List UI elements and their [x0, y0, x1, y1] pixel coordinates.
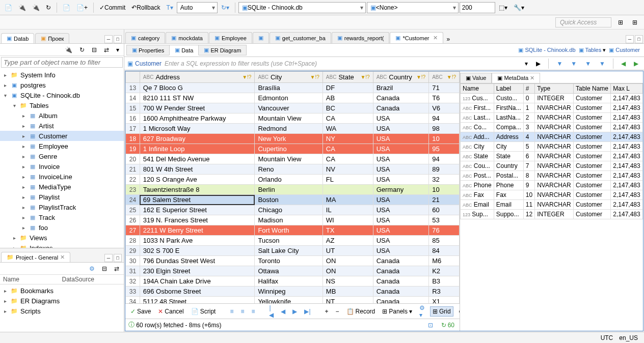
filter2-icon[interactable]: ▼: [568, 60, 579, 68]
tree-node-system-info[interactable]: ▸📁System Info: [0, 70, 124, 80]
filter3-icon[interactable]: ▼: [582, 60, 594, 68]
new-connection-icon[interactable]: 🔌: [62, 46, 75, 54]
meta-col-label[interactable]: Label: [494, 84, 523, 94]
editor-maximize-icon[interactable]: □: [635, 35, 643, 43]
subtab-properties[interactable]: ▣ Properties: [126, 45, 170, 55]
project-node-scripts[interactable]: ▸📁Scripts: [0, 306, 124, 316]
tree-node-invoiceline[interactable]: ▸▦InvoiceLine: [0, 172, 124, 182]
subtab-er-diagram[interactable]: ▣ ER Diagram: [198, 45, 247, 55]
table-row[interactable]: 21801 W 4th StreetRenoNVUSA89: [126, 164, 460, 175]
meta-col-maxl[interactable]: Max L: [611, 84, 643, 94]
connection-select[interactable]: ▣ SQLite - Chinook.db: [238, 2, 366, 13]
project-node-bookmarks[interactable]: ▸📁Bookmarks: [0, 285, 124, 296]
breadcrumb-db[interactable]: ▣ SQLite - Chinook.db: [518, 47, 575, 53]
breadcrumb-table[interactable]: ▣ Customer: [609, 47, 640, 53]
connect-icon[interactable]: 🔌: [16, 2, 29, 13]
tree-node-customer[interactable]: ▸▦Customer: [0, 131, 124, 141]
record-button[interactable]: 📋 Record: [344, 307, 378, 316]
tool-icon[interactable]: 🔧▾: [511, 2, 527, 13]
col-header-extra[interactable]: ABC ▼!?: [429, 72, 460, 83]
meta-row[interactable]: ABC First...FirstNa...1NVARCHARCustomer2…: [461, 103, 643, 113]
tree-node-views[interactable]: ▸📁Views: [0, 233, 124, 243]
table-row[interactable]: 32194A Chain Lake DriveHalifaxNSCanadaB3: [126, 276, 460, 287]
proj-collapse-icon[interactable]: ⊟: [99, 265, 110, 273]
editor-tab-rewards_report-[interactable]: ▣ rewards_report(: [332, 32, 390, 43]
nav-fwd-icon[interactable]: ▶: [631, 60, 641, 68]
tree-node-employee[interactable]: ▸▦Employee: [0, 141, 124, 151]
data-grid[interactable]: ABC Address▼!?ABC City▼!?ABC State▼!?ABC…: [125, 71, 460, 303]
tree-node-tables[interactable]: ▾📁Tables: [0, 100, 124, 110]
table-row[interactable]: 29302 S 700 ESalt Lake CityUTUSA84: [126, 246, 460, 256]
filter4-icon[interactable]: ▼: [597, 60, 608, 68]
meta-row[interactable]: 123 Cus...Custo...0INTEGERCustomer2,147,…: [461, 94, 643, 103]
metadata-table[interactable]: NameLabel#TypeTable NameMax L 123 Cus...…: [460, 83, 643, 219]
cancel-button[interactable]: ✕ Cancel: [156, 307, 185, 316]
project-tree[interactable]: ▸📁Bookmarks▸📁ER Diagrams▸📁Scripts: [0, 284, 124, 332]
editor-tab--sqlite-chino[interactable]: ▣: [253, 32, 269, 43]
sql-apply-icon[interactable]: ▶: [533, 60, 543, 68]
proj-maximize-icon[interactable]: □: [114, 254, 122, 262]
align-left-icon[interactable]: ≡: [228, 307, 235, 316]
table-row[interactable]: 23Tauentzienstraße 8BerlinGermany10: [126, 185, 460, 195]
meta-row[interactable]: ABC Post...Postal...8NVARCHARCustomer2,1…: [461, 171, 643, 181]
rollback-button[interactable]: ↶ Rollback: [129, 2, 163, 13]
col-header-country[interactable]: ABC Country▼!?: [373, 72, 428, 83]
tree-node-mediatype[interactable]: ▸▦MediaType: [0, 182, 124, 192]
table-row[interactable]: 191 Infinite LoopCupertinoCAUSA95: [126, 144, 460, 154]
perspective2-icon[interactable]: ⊞: [630, 18, 640, 26]
table-row[interactable]: 25162 E Superior StreetChicagoILUSA60: [126, 205, 460, 215]
delete-row-icon[interactable]: −: [334, 307, 341, 316]
sql-editor-icon[interactable]: 📄: [2, 2, 15, 13]
meta-row[interactable]: ABC Add...Address4NVARCHARCustomer2,147,…: [461, 132, 643, 142]
align-right-icon[interactable]: ≡: [249, 307, 257, 316]
meta-row[interactable]: ABC Co...Compa...3NVARCHARCustomer2,147,…: [461, 123, 643, 132]
new-script-icon[interactable]: 📄+: [74, 2, 90, 13]
collapse-all-icon[interactable]: ⊟: [89, 46, 99, 54]
col-header-city[interactable]: ABC City▼!?: [255, 72, 323, 83]
schema-select[interactable]: ▣ <None>: [367, 2, 459, 13]
nav-back-icon[interactable]: ◀: [619, 60, 628, 68]
add-row-icon[interactable]: +: [323, 307, 331, 316]
subtab-data[interactable]: ▣ Data: [169, 45, 199, 55]
project-node-er-diagrams[interactable]: ▸📁ER Diagrams: [0, 296, 124, 306]
save-button[interactable]: ✓ Save: [128, 307, 153, 316]
filter1-icon[interactable]: ▼: [554, 60, 565, 68]
table-row[interactable]: 161600 Amphitheatre ParkwayMountain View…: [126, 113, 460, 124]
tree-node-indexes[interactable]: ▸📁Indexes: [0, 243, 124, 248]
col-header-state[interactable]: ABC State▼!?: [323, 72, 373, 83]
tx-mode-select[interactable]: Auto: [177, 2, 218, 13]
tree-node-invoice[interactable]: ▸▦Invoice: [0, 161, 124, 172]
meta-row[interactable]: ABC Last...LastNa...2NVARCHARCustomer2,1…: [461, 113, 643, 123]
breadcrumb-tables[interactable]: ▣ Tables ▾: [579, 47, 606, 53]
editor-tab-mockdata[interactable]: ▣ mockdata: [166, 32, 208, 43]
col-header-address[interactable]: ABC Address▼!?: [140, 72, 255, 83]
tree-node-playlisttrack[interactable]: ▸▦PlaylistTrack: [0, 202, 124, 212]
meta-col-tablename[interactable]: Table Name: [573, 84, 610, 94]
tab-projects[interactable]: ▣ Проек: [35, 33, 69, 43]
commit-button[interactable]: ✓ Commit: [97, 2, 128, 13]
invalidate-icon[interactable]: ↻: [43, 2, 53, 13]
tree-filter-input[interactable]: [1, 57, 123, 68]
editor-tab-employee[interactable]: ▣ Employee: [209, 32, 252, 43]
meta-row[interactable]: ABC EmailEmail11NVARCHARCustomer2,147,48…: [461, 200, 643, 210]
tab-database[interactable]: ▣ Datab: [1, 33, 34, 43]
tree-node-album[interactable]: ▸▦Album: [0, 110, 124, 121]
panels-button[interactable]: ⊞ Panels ▾: [380, 307, 414, 316]
prev-page-icon[interactable]: ◀: [279, 307, 287, 316]
export-icon[interactable]: ⬚▾: [496, 2, 510, 13]
table-row[interactable]: 33696 Osborne StreetWinnipegMBCanadaR3: [126, 287, 460, 297]
quick-access-input[interactable]: Quick Access: [555, 17, 611, 27]
tree-node-track[interactable]: ▸▦Track: [0, 212, 124, 222]
table-row[interactable]: 18627 BroadwayNew YorkNYUSA10: [126, 134, 460, 144]
meta-row[interactable]: ABC StateState6NVARCHARCustomer2,147,483: [461, 152, 643, 161]
table-row[interactable]: 148210 111 ST NWEdmontonABCanadaT6: [126, 93, 460, 103]
proj-link-icon[interactable]: ⇄: [112, 265, 122, 273]
script-button[interactable]: 📄 Script: [189, 307, 218, 316]
refresh-icon[interactable]: ↻▾: [219, 2, 232, 13]
meta-row[interactable]: ABC Cou...Country7NVARCHARCustomer2,147,…: [461, 161, 643, 171]
proj-minimize-icon[interactable]: ─: [104, 254, 113, 262]
table-row[interactable]: 30796 Dundas Street WestTorontoONCanadaM…: [126, 256, 460, 266]
meta-row[interactable]: ABC PhonePhone9NVARCHARCustomer2,147,483: [461, 181, 643, 190]
meta-row[interactable]: ABC FaxFax10NVARCHARCustomer2,147,483: [461, 190, 643, 200]
tab-project-general[interactable]: 📁 Project - General ✕: [1, 252, 70, 262]
